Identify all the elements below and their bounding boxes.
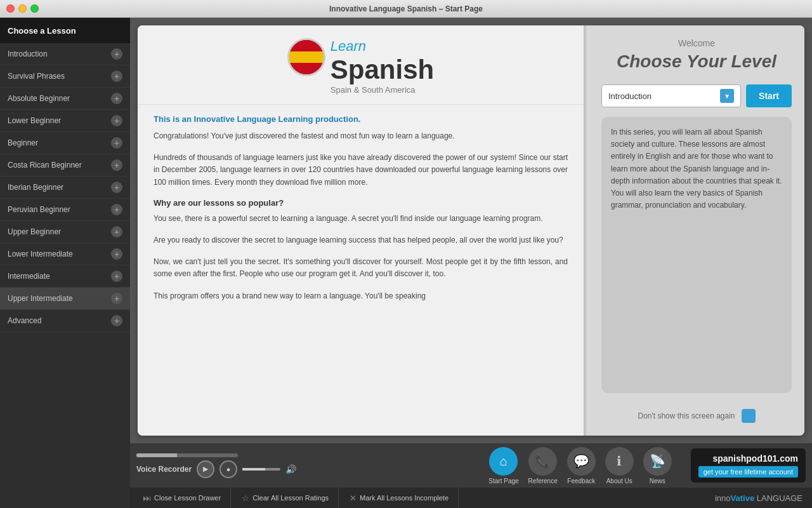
sidebar-item-upper-intermediate[interactable]: Upper Intermediate+ <box>0 288 130 310</box>
sidebar-items-container: Introduction+Survival Phrases+Absolute B… <box>0 43 130 332</box>
level-dropdown[interactable]: Introduction ▼ <box>601 84 741 107</box>
sidebar-expand-icon[interactable]: + <box>111 137 122 149</box>
sidebar-item-lower-intermediate[interactable]: Lower Intermediate+ <box>0 243 130 265</box>
reference-label: Reference <box>528 478 558 485</box>
sidebar-expand-icon[interactable]: + <box>111 293 122 304</box>
feedback-label: Feedback <box>567 478 595 485</box>
sidebar-expand-icon[interactable]: + <box>111 70 122 82</box>
sidebar-item-label: Introduction <box>8 50 48 58</box>
x-icon: ✕ <box>350 493 357 503</box>
star-icon: ☆ <box>242 493 249 503</box>
lesson-content[interactable]: This is an Innovative Language Learning … <box>138 104 584 436</box>
sidebar-item-absolute-beginner[interactable]: Absolute Beginner+ <box>0 88 130 110</box>
nav-start-page[interactable]: ⌂ Start Page <box>488 447 518 485</box>
sidebar-expand-icon[interactable]: + <box>111 248 122 260</box>
sidebar-item-label: Intermediate <box>8 272 50 281</box>
sidebar-item-iberian-beginner[interactable]: Iberian Beginner+ <box>0 177 130 199</box>
nav-feedback[interactable]: 💬 Feedback <box>567 447 596 485</box>
audio-controls: Voice Recorder ▶ ● 🔊 <box>136 460 296 478</box>
sidebar-item-label: Peruvian Beginner <box>8 205 70 214</box>
content-heading-1: This is an Innovative Language Learning … <box>154 114 568 124</box>
minimize-button[interactable] <box>18 4 27 13</box>
sidebar-item-label: Absolute Beginner <box>8 94 70 103</box>
nav-reference[interactable]: 📞 Reference <box>528 447 558 485</box>
sidebar-item-peruvian-beginner[interactable]: Peruvian Beginner+ <box>0 199 130 221</box>
volume-fill <box>242 468 265 471</box>
nav-news[interactable]: 📡 News <box>643 447 672 485</box>
content-para-5: Now, we can't just tell you the secret. … <box>154 256 568 280</box>
sidebar-expand-icon[interactable]: + <box>111 115 122 126</box>
close-lesson-drawer-btn[interactable]: ⏭ Close Lesson Drawer <box>133 488 231 508</box>
close-button[interactable] <box>6 4 15 13</box>
learn-text: Learn <box>331 38 434 55</box>
pane-divider <box>584 25 589 436</box>
level-selector-row: Introduction ▼ Start <box>601 84 792 107</box>
sidebar-expand-icon[interactable]: + <box>111 226 122 237</box>
dont-show-row: Don't show this screen again <box>601 409 792 423</box>
mark-incomplete-btn[interactable]: ✕ Mark All Lessons Incomplete <box>340 488 459 508</box>
window-controls[interactable] <box>6 4 39 13</box>
logo-wrapper: Learn Spanish Spain & South America <box>287 38 434 95</box>
footer-bar: ⏭ Close Lesson Drawer ☆ Clear All Lesson… <box>130 488 812 508</box>
sidebar: Choose a Lesson Introduction+Survival Ph… <box>0 18 130 508</box>
sidebar-item-costa-rican-beginner[interactable]: Costa Rican Beginner+ <box>0 154 130 177</box>
sidebar-expand-icon[interactable]: + <box>111 271 122 282</box>
content-para-3: You see, there is a powerful secret to l… <box>154 213 568 225</box>
sidebar-item-survival-phrases[interactable]: Survival Phrases+ <box>0 65 130 88</box>
sidebar-expand-icon[interactable]: + <box>111 93 122 104</box>
sidebar-item-label: Upper Beginner <box>8 227 61 236</box>
brand-cta[interactable]: get your free lifetime account <box>698 466 798 478</box>
choose-level-text: Choose Your Level <box>601 51 792 72</box>
dropdown-arrow-icon[interactable]: ▼ <box>720 89 734 103</box>
sidebar-expand-icon[interactable]: + <box>111 48 122 60</box>
spanish-main-text: Spanish <box>331 55 434 85</box>
sidebar-expand-icon[interactable]: + <box>111 182 122 193</box>
dropdown-value: Introduction <box>608 91 652 101</box>
logo-area: Learn Spanish Spain & South America <box>138 25 584 104</box>
brand-area[interactable]: spanishpod101.com get your free lifetime… <box>691 448 806 483</box>
window-title: Innovative Language Spanish – Start Page <box>329 4 483 13</box>
sidebar-item-upper-beginner[interactable]: Upper Beginner+ <box>0 221 130 243</box>
sidebar-item-intermediate[interactable]: Intermediate+ <box>0 265 130 288</box>
sidebar-item-label: Beginner <box>8 138 38 147</box>
news-label: News <box>650 478 665 485</box>
reference-icon: 📞 <box>528 447 557 476</box>
record-button[interactable]: ● <box>219 460 237 478</box>
audio-progress-fill <box>136 453 177 457</box>
clear-ratings-btn[interactable]: ☆ Clear All Lesson Ratings <box>232 488 339 508</box>
main-panel: Learn Spanish Spain & South America This… <box>138 25 804 436</box>
sidebar-expand-icon[interactable]: + <box>111 204 122 215</box>
play-button[interactable]: ▶ <box>197 460 214 478</box>
sidebar-item-label: Costa Rican Beginner <box>8 161 82 170</box>
bottom-bar: Voice Recorder ▶ ● 🔊 ⌂ Start Page 📞 <box>130 443 812 488</box>
sidebar-item-label: Upper Intermediate <box>8 294 73 303</box>
sidebar-item-beginner[interactable]: Beginner+ <box>0 132 130 154</box>
content-para-1: Congratulations! You've just discovered … <box>154 130 568 142</box>
logo-text-block: Learn Spanish Spain & South America <box>331 38 434 95</box>
sidebar-item-label: Lower Beginner <box>8 116 61 125</box>
sidebar-item-lower-beginner[interactable]: Lower Beginner+ <box>0 110 130 132</box>
about-us-label: About Us <box>606 478 632 485</box>
news-icon: 📡 <box>643 447 672 476</box>
app-container: Choose a Lesson Introduction+Survival Ph… <box>0 18 812 508</box>
sidebar-item-introduction[interactable]: Introduction+ <box>0 43 130 65</box>
clear-ratings-label: Clear All Lesson Ratings <box>252 494 329 502</box>
audio-progress-bar[interactable] <box>136 453 238 457</box>
volume-icon: 🔊 <box>285 464 296 474</box>
right-pane: Welcome Choose Your Level Introduction ▼… <box>589 25 804 436</box>
nav-about-us[interactable]: ℹ About Us <box>605 447 634 485</box>
mark-incomplete-label: Mark All Lessons Incomplete <box>360 494 449 502</box>
sidebar-item-advanced[interactable]: Advanced+ <box>0 310 130 332</box>
start-button[interactable]: Start <box>746 84 792 107</box>
sidebar-expand-icon[interactable]: + <box>111 159 122 171</box>
sidebar-expand-icon[interactable]: + <box>111 315 122 326</box>
dont-show-checkbox[interactable] <box>742 409 756 423</box>
flag-icon <box>287 38 325 76</box>
content-heading-2: Why are our lessons so popular? <box>154 198 568 208</box>
close-lesson-drawer-label: Close Lesson Drawer <box>154 494 221 502</box>
volume-slider[interactable] <box>242 468 280 471</box>
maximize-button[interactable] <box>30 4 39 13</box>
sidebar-item-label: Survival Phrases <box>8 72 65 81</box>
feedback-icon: 💬 <box>567 447 596 476</box>
close-drawer-icon: ⏭ <box>143 493 151 503</box>
